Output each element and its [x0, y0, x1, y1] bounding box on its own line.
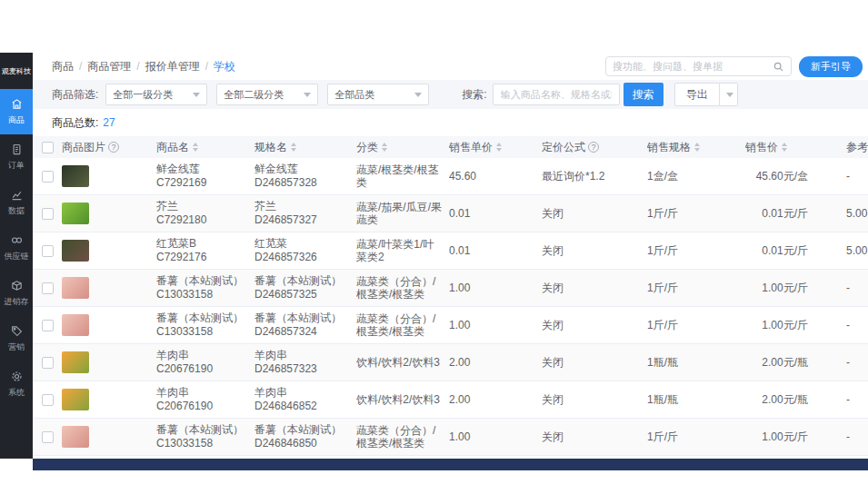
sidebar-item-商品[interactable]: 商品 — [0, 89, 33, 134]
product-thumbnail[interactable] — [62, 203, 89, 224]
help-icon[interactable]: ? — [108, 142, 119, 153]
spec-name: 芥兰 — [254, 200, 349, 213]
sidebar-item-供应链[interactable]: 供应链 — [0, 225, 33, 271]
product-thumbnail[interactable] — [62, 314, 89, 336]
product-thumbnail[interactable] — [62, 426, 89, 448]
col-header-spec[interactable]: 规格名 — [254, 140, 356, 155]
sort-icon[interactable] — [694, 143, 700, 152]
ref-cost-cell: 5.00元 — [841, 206, 868, 222]
filter-bar: 商品筛选: 全部一级分类 全部二级分类 全部品类 搜索: 搜索 导出 — [33, 80, 868, 109]
product-thumbnail[interactable] — [62, 277, 89, 299]
sort-icon[interactable] — [496, 143, 502, 152]
pricing-formula-cell: 关闭 — [542, 206, 647, 222]
select-value: 全部二级分类 — [224, 88, 284, 102]
sidebar-nav: 商品 订单 数据 供应链 进销存 营销 系统 — [0, 89, 33, 407]
ref-cost-cell: - — [841, 430, 868, 443]
product-name: 羊肉串 — [156, 349, 247, 362]
category-cell: 蔬菜/茄果/瓜豆/果蔬类 — [356, 201, 449, 226]
col-header-sale-price[interactable]: 销售价 — [745, 140, 841, 155]
table-row: 番薯（本站测试） C13033158 番薯（本站测试） D246857325 蔬… — [33, 270, 868, 307]
breadcrumb-item[interactable]: 商品 — [52, 59, 74, 74]
category-type-select[interactable]: 全部品类 — [327, 84, 429, 105]
sort-icon[interactable] — [291, 143, 296, 152]
col-header-name[interactable]: 商品名 — [156, 140, 254, 155]
global-search-input[interactable] — [613, 61, 773, 72]
spec-code: D246857325 — [254, 288, 349, 301]
app-window: 观麦科技 商品 订单 数据 供应链 进销存 营销 系统 商品 商品管理 报价单管… — [0, 53, 868, 470]
category-cell: 蔬菜/叶菜类1/叶菜类2 — [356, 238, 449, 263]
product-code: C20676190 — [156, 400, 247, 413]
category-level1-select[interactable]: 全部一级分类 — [105, 84, 207, 105]
select-all-checkbox[interactable] — [42, 142, 54, 153]
category-level2-select[interactable]: 全部二级分类 — [216, 84, 318, 105]
table-row: 番薯（本站测试） C13033158 番薯（本站测试） D246846850 蔬… — [33, 419, 868, 456]
sale-spec-cell: 1斤/斤 — [647, 281, 745, 296]
product-name: 番薯（本站测试） — [156, 274, 247, 288]
table-row: 羊肉串 C20676190 羊肉串 D246857323 饮料/饮料2/饮料3 … — [33, 344, 868, 381]
category-cell: 蔬菜/根茎类/根茎类 — [356, 163, 449, 189]
category-cell: 蔬菜类（分合）/根茎类/根茎类 — [356, 424, 449, 450]
help-icon[interactable]: ? — [588, 142, 599, 153]
main-area: 商品 商品管理 报价单管理 学校 新手引导 商品筛选: 全部一级分类 — [33, 53, 868, 470]
product-thumbnail[interactable] — [62, 389, 89, 410]
product-name: 鲜金线莲 — [156, 163, 247, 176]
breadcrumb: 商品 商品管理 报价单管理 学校 — [52, 59, 235, 74]
guide-button[interactable]: 新手引导 — [799, 56, 863, 77]
marketing-icon — [10, 324, 24, 338]
sale-spec-cell: 1瓶/瓶 — [647, 355, 745, 371]
breadcrumb-item[interactable]: 报价单管理 — [131, 59, 199, 74]
row-checkbox[interactable] — [42, 431, 54, 443]
breadcrumb-item[interactable]: 商品管理 — [74, 59, 131, 74]
product-thumbnail[interactable] — [62, 165, 89, 187]
sidebar-item-营销[interactable]: 营销 — [0, 316, 33, 361]
search-icon[interactable] — [773, 61, 784, 73]
unit-price-cell: 2.00 — [449, 393, 542, 406]
category-cell: 饮料/饮料2/饮料3 — [356, 356, 449, 369]
sidebar-item-订单[interactable]: 订单 — [0, 134, 33, 180]
breadcrumb-current: 学校 — [200, 59, 235, 74]
export-split-button: 导出 — [674, 83, 738, 106]
col-header-ref-cost[interactable]: 参考成 — [841, 140, 868, 155]
global-search-box[interactable] — [605, 56, 792, 76]
row-checkbox[interactable] — [42, 394, 54, 406]
search-button[interactable]: 搜索 — [624, 83, 663, 106]
sidebar-item-系统[interactable]: 系统 — [0, 361, 33, 407]
row-checkbox[interactable] — [42, 171, 54, 183]
unit-price-cell: 2.00 — [449, 356, 542, 369]
sort-icon[interactable] — [382, 143, 387, 152]
chevron-down-icon — [414, 93, 422, 97]
ref-cost-cell: - — [841, 170, 868, 183]
export-button[interactable]: 导出 — [674, 83, 720, 106]
row-checkbox[interactable] — [42, 245, 54, 257]
pricing-formula-cell: 关闭 — [542, 243, 647, 259]
row-checkbox[interactable] — [42, 282, 54, 294]
sidebar-item-进销存[interactable]: 进销存 — [0, 271, 33, 316]
unit-price-cell: 1.00 — [449, 430, 542, 443]
sale-price-cell: 0.01元/斤 — [745, 243, 841, 259]
sale-price-cell: 1.00元/斤 — [745, 281, 841, 296]
pricing-formula-cell: 关闭 — [542, 430, 647, 445]
sort-icon[interactable] — [782, 143, 787, 152]
product-thumbnail[interactable] — [62, 240, 89, 262]
product-name: 番薯（本站测试） — [156, 311, 247, 325]
ref-cost-cell: - — [841, 356, 868, 369]
sidebar-item-数据[interactable]: 数据 — [0, 180, 33, 225]
sidebar-item-label: 订单 — [8, 160, 25, 172]
system-icon — [10, 370, 24, 383]
export-dropdown-toggle[interactable] — [720, 83, 738, 106]
spec-name: 羊肉串 — [254, 349, 349, 362]
product-thumbnail[interactable] — [62, 351, 89, 373]
col-header-category[interactable]: 分类 — [356, 141, 449, 153]
sort-icon[interactable] — [193, 143, 198, 152]
sidebar-item-label: 系统 — [8, 387, 25, 399]
pricing-formula-cell: 关闭 — [542, 355, 647, 371]
row-checkbox[interactable] — [42, 320, 54, 331]
category-cell: 蔬菜类（分合）/根茎类/根茎类 — [356, 312, 449, 338]
col-header-sale-spec[interactable]: 销售规格 — [647, 140, 745, 155]
product-search-input[interactable] — [493, 84, 620, 105]
row-checkbox[interactable] — [42, 357, 54, 369]
col-header-unit-price[interactable]: 销售单价 — [449, 140, 542, 155]
sale-price-cell: 0.01元/斤 — [745, 206, 841, 222]
row-checkbox[interactable] — [42, 208, 54, 220]
spec-code: D246857324 — [254, 325, 349, 339]
